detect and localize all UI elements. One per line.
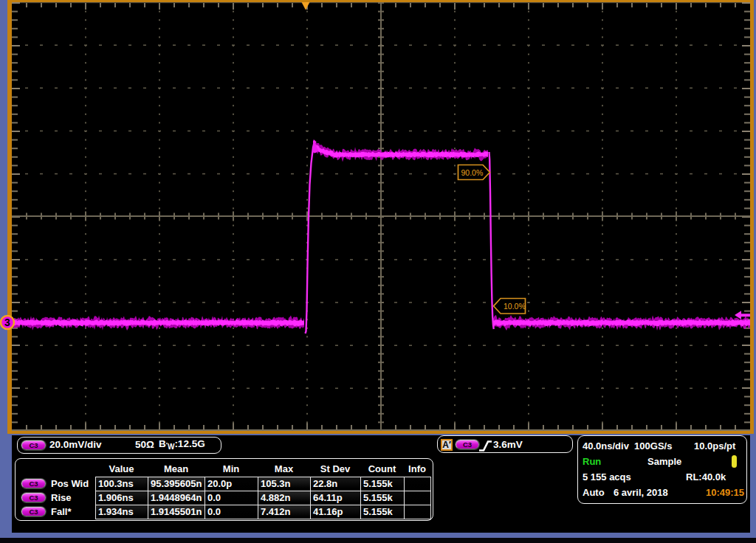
svg-text:3: 3 [4,317,10,328]
svg-text:10.0%: 10.0% [504,302,526,311]
svg-text:90.0%: 90.0% [461,168,484,177]
